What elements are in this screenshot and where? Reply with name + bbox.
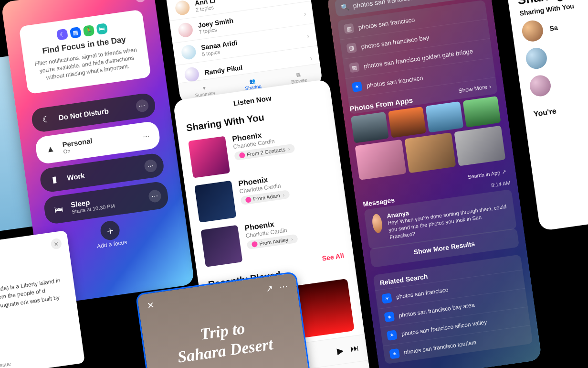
avatar <box>174 0 190 16</box>
album-art <box>194 181 236 223</box>
avatar <box>525 46 548 70</box>
chevron-right-icon: › <box>291 236 293 242</box>
more-icon[interactable]: ⋯ <box>279 281 289 292</box>
more-icon[interactable]: ⋯ <box>135 99 149 113</box>
heart-icon: ♥ <box>202 85 206 91</box>
chevron-right-icon: › <box>309 54 313 62</box>
run-icon: 🏃 <box>83 25 95 37</box>
more-icon[interactable]: ⋯ <box>148 189 162 203</box>
report-issue-link[interactable]: Report Content Issue <box>0 361 11 368</box>
moon-icon: ☾ <box>40 113 53 125</box>
sharing-youre: You're <box>533 97 588 119</box>
badge-icon: ▮ <box>48 173 61 185</box>
close-icon[interactable]: ✕ <box>147 300 155 311</box>
search-icon: 🔍 <box>341 2 350 11</box>
grid-icon: ▦ <box>296 72 301 77</box>
chevron-right-icon: › <box>288 146 290 152</box>
avatar <box>180 44 197 60</box>
people-icon: 👥 <box>249 78 255 84</box>
safari-icon: ✶ <box>381 293 392 304</box>
safari-icon: ✶ <box>384 312 395 323</box>
avatar <box>528 74 552 98</box>
close-icon[interactable]: ✕ <box>50 238 62 250</box>
avatar <box>245 196 252 203</box>
share-icon[interactable]: ↗ <box>265 283 274 294</box>
person-icon: ▲ <box>44 143 57 155</box>
friend-row[interactable] <box>528 64 588 97</box>
photo-icon: ▧ <box>346 43 357 54</box>
trip-title: Trip to Sahara Desert <box>157 313 292 368</box>
avatar <box>178 22 194 38</box>
forward-icon[interactable]: ⏭ <box>350 343 360 355</box>
doc-body: …tening the le monde) is a Liberty Islan… <box>0 276 66 317</box>
more-icon[interactable]: ⋯ <box>139 129 153 142</box>
avatar <box>252 241 258 248</box>
chevron-right-icon: › <box>306 31 310 40</box>
avatar <box>521 19 545 43</box>
album-art <box>200 225 242 267</box>
friend-row[interactable] <box>525 37 588 70</box>
avatar <box>371 213 383 233</box>
add-focus-button[interactable]: ＋ <box>99 220 121 241</box>
more-icon[interactable]: ⋯ <box>144 159 158 173</box>
album-art <box>188 136 230 178</box>
bed-icon: 🛏 <box>52 204 65 215</box>
chevron-right-icon: › <box>283 192 285 197</box>
calendar-icon: ▦ <box>70 27 82 39</box>
safari-icon: ✶ <box>389 348 400 359</box>
safari-icon: ✶ <box>352 81 363 92</box>
moon-icon: ☾ <box>56 29 68 41</box>
play-icon[interactable]: ▶ <box>336 345 345 357</box>
bed-icon: 🛏 <box>96 23 108 35</box>
photo-icon: ▧ <box>344 23 355 34</box>
photo-icon: ▧ <box>349 62 360 73</box>
chevron-right-icon: › <box>303 9 306 18</box>
avatar <box>239 152 246 159</box>
safari-icon: ✶ <box>387 330 398 341</box>
